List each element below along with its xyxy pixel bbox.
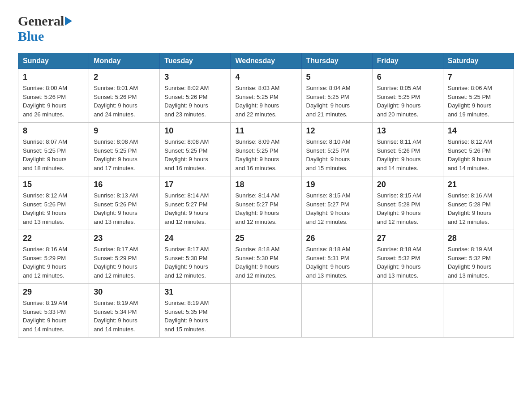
day-info: Sunrise: 8:17 AMSunset: 5:30 PMDaylight:… <box>164 246 209 279</box>
calendar-cell: 1 Sunrise: 8:00 AMSunset: 5:26 PMDayligh… <box>18 69 89 123</box>
day-number: 22 <box>23 234 84 243</box>
calendar-cell: 29 Sunrise: 8:19 AMSunset: 5:33 PMDaylig… <box>18 284 89 338</box>
day-number: 16 <box>94 180 155 189</box>
calendar-cell: 10 Sunrise: 8:08 AMSunset: 5:25 PMDaylig… <box>160 123 231 176</box>
calendar-cell: 7 Sunrise: 8:06 AMSunset: 5:25 PMDayligh… <box>443 69 514 123</box>
day-info: Sunrise: 8:02 AMSunset: 5:26 PMDaylight:… <box>164 85 209 118</box>
day-number: 11 <box>235 126 296 136</box>
day-info: Sunrise: 8:01 AMSunset: 5:26 PMDaylight:… <box>94 85 138 118</box>
calendar-header-thursday: Thursday <box>301 53 372 69</box>
logo-general-text: General <box>18 13 64 29</box>
calendar-header-tuesday: Tuesday <box>160 53 231 69</box>
calendar-table: SundayMondayTuesdayWednesdayThursdayFrid… <box>18 53 514 338</box>
day-number: 14 <box>448 126 509 136</box>
calendar-cell: 18 Sunrise: 8:14 AMSunset: 5:27 PMDaylig… <box>231 176 301 230</box>
calendar-week-row: 15 Sunrise: 8:12 AMSunset: 5:26 PMDaylig… <box>18 176 514 230</box>
calendar-week-row: 1 Sunrise: 8:00 AMSunset: 5:26 PMDayligh… <box>18 69 514 123</box>
calendar-cell: 25 Sunrise: 8:18 AMSunset: 5:30 PMDaylig… <box>231 230 301 284</box>
day-info: Sunrise: 8:04 AMSunset: 5:25 PMDaylight:… <box>306 85 351 118</box>
calendar-cell: 26 Sunrise: 8:18 AMSunset: 5:31 PMDaylig… <box>301 230 372 284</box>
logo: General Blue <box>18 13 72 44</box>
day-info: Sunrise: 8:12 AMSunset: 5:26 PMDaylight:… <box>448 138 492 171</box>
calendar-header-monday: Monday <box>89 53 160 69</box>
calendar-cell: 15 Sunrise: 8:12 AMSunset: 5:26 PMDaylig… <box>18 176 89 230</box>
day-number: 10 <box>164 126 226 136</box>
calendar-header-row: SundayMondayTuesdayWednesdayThursdayFrid… <box>18 53 514 69</box>
calendar-header-sunday: Sunday <box>18 53 89 69</box>
calendar-cell: 14 Sunrise: 8:12 AMSunset: 5:26 PMDaylig… <box>443 123 514 176</box>
day-info: Sunrise: 8:07 AMSunset: 5:25 PMDaylight:… <box>23 138 67 171</box>
day-number: 17 <box>164 180 226 189</box>
day-number: 9 <box>94 126 155 136</box>
calendar-cell: 9 Sunrise: 8:08 AMSunset: 5:25 PMDayligh… <box>89 123 160 176</box>
calendar-cell: 11 Sunrise: 8:09 AMSunset: 5:25 PMDaylig… <box>231 123 301 176</box>
day-number: 29 <box>23 287 84 297</box>
day-info: Sunrise: 8:19 AMSunset: 5:34 PMDaylight:… <box>94 300 138 333</box>
day-info: Sunrise: 8:09 AMSunset: 5:25 PMDaylight:… <box>235 138 279 171</box>
calendar-cell: 2 Sunrise: 8:01 AMSunset: 5:26 PMDayligh… <box>89 69 160 123</box>
calendar-cell: 4 Sunrise: 8:03 AMSunset: 5:25 PMDayligh… <box>231 69 301 123</box>
day-number: 3 <box>164 73 226 82</box>
day-info: Sunrise: 8:05 AMSunset: 5:25 PMDaylight:… <box>377 85 421 118</box>
calendar-header-friday: Friday <box>372 53 443 69</box>
day-info: Sunrise: 8:10 AMSunset: 5:25 PMDaylight:… <box>306 138 351 171</box>
day-info: Sunrise: 8:08 AMSunset: 5:25 PMDaylight:… <box>164 138 209 171</box>
day-info: Sunrise: 8:15 AMSunset: 5:27 PMDaylight:… <box>306 192 351 225</box>
day-number: 23 <box>94 234 155 243</box>
calendar-cell <box>372 284 443 338</box>
day-info: Sunrise: 8:06 AMSunset: 5:25 PMDaylight:… <box>448 85 492 118</box>
calendar-cell <box>301 284 372 338</box>
day-number: 15 <box>23 180 84 189</box>
calendar-cell: 22 Sunrise: 8:16 AMSunset: 5:29 PMDaylig… <box>18 230 89 284</box>
day-number: 26 <box>306 234 368 243</box>
calendar-cell: 16 Sunrise: 8:13 AMSunset: 5:26 PMDaylig… <box>89 176 160 230</box>
calendar-cell: 30 Sunrise: 8:19 AMSunset: 5:34 PMDaylig… <box>89 284 160 338</box>
calendar-week-row: 22 Sunrise: 8:16 AMSunset: 5:29 PMDaylig… <box>18 230 514 284</box>
calendar-cell: 12 Sunrise: 8:10 AMSunset: 5:25 PMDaylig… <box>301 123 372 176</box>
day-info: Sunrise: 8:16 AMSunset: 5:28 PMDaylight:… <box>448 192 492 225</box>
day-number: 27 <box>377 234 438 243</box>
calendar-header-saturday: Saturday <box>443 53 514 69</box>
logo-blue-text: Blue <box>18 29 44 43</box>
day-number: 1 <box>23 73 84 82</box>
day-info: Sunrise: 8:00 AMSunset: 5:26 PMDaylight:… <box>23 85 67 118</box>
day-number: 19 <box>306 180 368 189</box>
day-info: Sunrise: 8:19 AMSunset: 5:32 PMDaylight:… <box>448 246 492 279</box>
calendar-cell: 3 Sunrise: 8:02 AMSunset: 5:26 PMDayligh… <box>160 69 231 123</box>
calendar-cell: 27 Sunrise: 8:18 AMSunset: 5:32 PMDaylig… <box>372 230 443 284</box>
day-info: Sunrise: 8:18 AMSunset: 5:32 PMDaylight:… <box>377 246 421 279</box>
day-info: Sunrise: 8:14 AMSunset: 5:27 PMDaylight:… <box>164 192 209 225</box>
day-info: Sunrise: 8:03 AMSunset: 5:25 PMDaylight:… <box>235 85 279 118</box>
day-number: 13 <box>377 126 438 136</box>
calendar-cell: 21 Sunrise: 8:16 AMSunset: 5:28 PMDaylig… <box>443 176 514 230</box>
logo-triangle-icon <box>65 17 72 26</box>
day-number: 30 <box>94 287 155 297</box>
calendar-cell: 8 Sunrise: 8:07 AMSunset: 5:25 PMDayligh… <box>18 123 89 176</box>
day-info: Sunrise: 8:13 AMSunset: 5:26 PMDaylight:… <box>94 192 138 225</box>
day-number: 6 <box>377 73 438 82</box>
day-info: Sunrise: 8:18 AMSunset: 5:31 PMDaylight:… <box>306 246 351 279</box>
calendar-cell: 28 Sunrise: 8:19 AMSunset: 5:32 PMDaylig… <box>443 230 514 284</box>
day-info: Sunrise: 8:12 AMSunset: 5:26 PMDaylight:… <box>23 192 67 225</box>
day-number: 2 <box>94 73 155 82</box>
calendar-cell: 24 Sunrise: 8:17 AMSunset: 5:30 PMDaylig… <box>160 230 231 284</box>
day-info: Sunrise: 8:17 AMSunset: 5:29 PMDaylight:… <box>94 246 138 279</box>
calendar-cell: 13 Sunrise: 8:11 AMSunset: 5:26 PMDaylig… <box>372 123 443 176</box>
day-number: 8 <box>23 126 84 136</box>
calendar-cell: 23 Sunrise: 8:17 AMSunset: 5:29 PMDaylig… <box>89 230 160 284</box>
day-info: Sunrise: 8:08 AMSunset: 5:25 PMDaylight:… <box>94 138 138 171</box>
day-info: Sunrise: 8:15 AMSunset: 5:28 PMDaylight:… <box>377 192 421 225</box>
day-number: 20 <box>377 180 438 189</box>
day-number: 31 <box>164 287 226 297</box>
calendar-cell: 5 Sunrise: 8:04 AMSunset: 5:25 PMDayligh… <box>301 69 372 123</box>
day-number: 25 <box>235 234 296 243</box>
calendar-cell: 6 Sunrise: 8:05 AMSunset: 5:25 PMDayligh… <box>372 69 443 123</box>
day-info: Sunrise: 8:16 AMSunset: 5:29 PMDaylight:… <box>23 246 67 279</box>
calendar-week-row: 8 Sunrise: 8:07 AMSunset: 5:25 PMDayligh… <box>18 123 514 176</box>
day-info: Sunrise: 8:19 AMSunset: 5:35 PMDaylight:… <box>164 300 209 333</box>
page-header: General Blue <box>18 13 514 44</box>
day-number: 21 <box>448 180 509 189</box>
calendar-cell: 20 Sunrise: 8:15 AMSunset: 5:28 PMDaylig… <box>372 176 443 230</box>
day-number: 12 <box>306 126 368 136</box>
calendar-cell: 31 Sunrise: 8:19 AMSunset: 5:35 PMDaylig… <box>160 284 231 338</box>
